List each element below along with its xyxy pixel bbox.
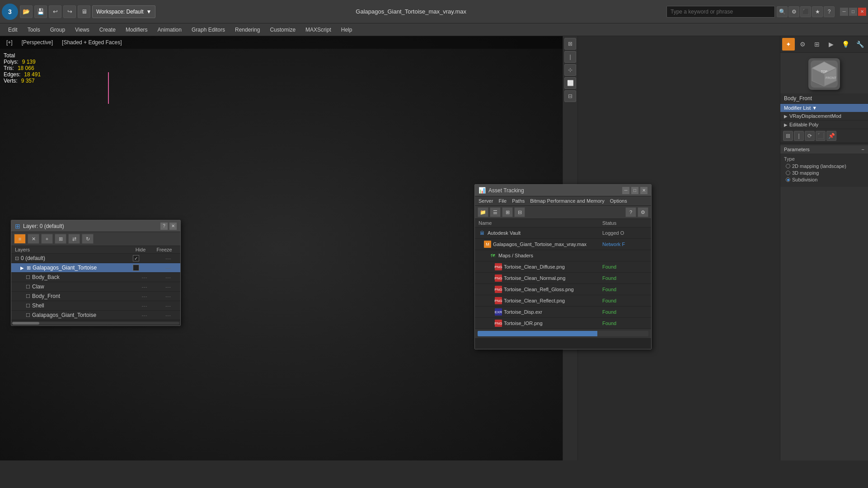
layers-help-btn[interactable]: ? xyxy=(160,223,168,230)
tab-hierarchy[interactable]: ⊞ xyxy=(811,38,823,51)
layer-check-galapagos[interactable] xyxy=(133,265,139,271)
viewport-shading-btn[interactable]: [Shaded + Edged Faces] xyxy=(59,38,124,46)
search-options-btn[interactable]: ⚙ xyxy=(788,6,799,17)
layer-item-default[interactable]: ⊡ 0 (default) ✓ - - - xyxy=(11,254,180,263)
modifier-item-edpoly[interactable]: ▶ Editable Poly xyxy=(780,121,868,129)
redo-btn[interactable]: ↪ xyxy=(63,5,76,18)
asset-close-btn[interactable]: ✕ xyxy=(640,187,647,194)
asset-btn-settings[interactable]: ⚙ xyxy=(638,207,648,217)
layers-titlebar[interactable]: ⊞ Layer: 0 (default) ? ✕ xyxy=(11,220,180,232)
menu-animation[interactable]: Animation xyxy=(153,25,186,35)
layers-close-btn[interactable]: ✕ xyxy=(169,223,177,230)
viewport-plus-btn[interactable]: [+] xyxy=(4,38,15,46)
asset-item-ior[interactable]: PNG Tortoise_IOR.png Found xyxy=(475,318,651,329)
menu-modifiers[interactable]: Modifiers xyxy=(121,25,152,35)
asset-btn-table[interactable]: ⊟ xyxy=(514,207,525,217)
search-highlight-btn[interactable]: ⬛ xyxy=(800,6,811,17)
mod-btn-2[interactable]: | xyxy=(564,51,576,63)
menu-views[interactable]: Views xyxy=(70,25,94,35)
menu-customize[interactable]: Customize xyxy=(265,25,300,35)
layers-tool-close[interactable]: ✕ xyxy=(28,234,39,244)
viewport-perspective-btn[interactable]: [Perspective] xyxy=(19,38,56,46)
asset-item-reflect[interactable]: PNG Tortoise_Clean_Reflect.png Found xyxy=(475,295,651,307)
layer-item-claw[interactable]: ☐ Claw - - - - - - xyxy=(11,282,180,292)
layers-tool-add[interactable]: + xyxy=(41,234,53,244)
asset-titlebar[interactable]: 📊 Asset Tracking ─ □ ✕ xyxy=(475,185,651,196)
parameters-header[interactable]: Parameters − xyxy=(780,145,868,153)
asset-menu-server[interactable]: Server xyxy=(479,197,493,204)
select-and-link-btn[interactable]: ⊞ xyxy=(783,131,793,141)
menu-graph-editors[interactable]: Graph Editors xyxy=(187,25,230,35)
tab-display[interactable]: 💡 xyxy=(839,38,852,51)
asset-item-diffuse[interactable]: PNG Tortoise_Clean_Diffuse.png Found xyxy=(475,261,651,273)
scene-btn[interactable]: 🖥 xyxy=(78,5,90,18)
layer-item-galapagos2[interactable]: ☐ Galapagos_Giant_Tortoise - - - - - - xyxy=(11,311,180,320)
menu-help[interactable]: Help xyxy=(337,25,357,35)
menu-rendering[interactable]: Rendering xyxy=(230,25,264,35)
layer-item-bodyback[interactable]: ☐ Body_Back - - - - - - xyxy=(11,273,180,282)
asset-minimize-btn[interactable]: ─ xyxy=(622,187,629,194)
close-btn[interactable]: ✕ xyxy=(858,8,866,16)
minimize-btn[interactable]: ─ xyxy=(840,8,848,16)
asset-input-bar[interactable] xyxy=(475,338,651,349)
viewcube[interactable]: TOP FRONT xyxy=(808,58,840,90)
asset-item-normal[interactable]: PNG Tortoise_Clean_Normal.png Found xyxy=(475,273,651,284)
layer-check-default[interactable]: ✓ xyxy=(133,255,139,261)
menu-edit[interactable]: Edit xyxy=(4,25,22,35)
radio-2d[interactable]: 2D mapping (landscape) xyxy=(786,163,864,169)
open-file-btn[interactable]: 📂 xyxy=(20,5,33,18)
layers-tool-refresh[interactable]: ↻ xyxy=(82,234,94,244)
asset-menu-bitmap[interactable]: Bitmap Performance and Memory xyxy=(530,197,604,204)
asset-menu-file[interactable]: File xyxy=(498,197,507,204)
tab-utilities[interactable]: 🔧 xyxy=(854,38,866,51)
help-btn[interactable]: ? xyxy=(824,6,835,17)
layers-tool-list[interactable]: ≡ xyxy=(14,234,26,244)
menu-tools[interactable]: Tools xyxy=(23,25,45,35)
mod-btn-5[interactable]: ⊟ xyxy=(564,90,576,102)
maximize-btn[interactable]: □ xyxy=(849,8,857,16)
modifier-item-vray[interactable]: ▶ VRayDisplacementMod xyxy=(780,112,868,121)
layers-scroll-thumb[interactable] xyxy=(12,322,39,325)
asset-item-gloss[interactable]: PNG Tortoise_Clean_Refl_Gloss.png Found xyxy=(475,284,651,295)
rotate-btn[interactable]: ⟳ xyxy=(805,131,815,141)
asset-item-maps[interactable]: 🗺 Maps / Shaders xyxy=(475,250,651,261)
layer-item-bodyfront[interactable]: ☐ Body_Front - - - - - - xyxy=(11,292,180,301)
asset-item-vault[interactable]: 🏛 Autodesk Vault Logged O xyxy=(475,228,651,239)
place-btn[interactable]: 📌 xyxy=(826,131,836,141)
radio-3d[interactable]: 3D mapping xyxy=(786,170,864,176)
tab-modify[interactable]: ⚙ xyxy=(796,38,809,51)
save-file-btn[interactable]: 💾 xyxy=(34,5,47,18)
asset-menu-options[interactable]: Options xyxy=(610,197,627,204)
workspace-dropdown[interactable]: Workspace: Default ▼ xyxy=(92,5,155,18)
asset-btn-help[interactable]: ? xyxy=(625,207,636,217)
layers-scrollbar[interactable] xyxy=(11,320,180,325)
menu-group[interactable]: Group xyxy=(46,25,70,35)
tab-create[interactable]: ✦ xyxy=(782,38,795,51)
asset-btn-list[interactable]: ☰ xyxy=(490,207,501,217)
mod-btn-3[interactable]: ⊹ xyxy=(564,64,576,76)
asset-btn-folder[interactable]: 📁 xyxy=(478,207,488,217)
layers-tool-swap[interactable]: ⇄ xyxy=(68,234,80,244)
asset-item-disp[interactable]: EXR Tortoise_Disp.exr Found xyxy=(475,307,651,318)
search-btn[interactable]: 🔍 xyxy=(777,6,788,17)
move-btn[interactable]: | xyxy=(794,131,804,141)
modifier-list-header[interactable]: Modifier List ▼ xyxy=(780,104,868,112)
undo-btn[interactable]: ↩ xyxy=(49,5,61,18)
menu-maxscript[interactable]: MAXScript xyxy=(301,25,336,35)
asset-btn-grid[interactable]: ⊞ xyxy=(502,207,513,217)
asset-menu-paths[interactable]: Paths xyxy=(512,197,525,204)
layer-item-galapagos[interactable]: ▶ ⊞ Galapagos_Giant_Tortoise - - - xyxy=(11,263,180,273)
mod-btn-4[interactable]: ⬜ xyxy=(564,77,576,89)
mod-btn-1[interactable]: ⊠ xyxy=(564,38,576,50)
search-box[interactable]: Type a keyword or phrase xyxy=(666,6,775,18)
search-star-btn[interactable]: ★ xyxy=(812,6,823,17)
app-logo[interactable]: 3 xyxy=(2,4,18,20)
asset-maximize-btn[interactable]: □ xyxy=(631,187,638,194)
menu-create[interactable]: Create xyxy=(95,25,120,35)
scale-btn[interactable]: ⬛ xyxy=(816,131,826,141)
layer-item-shell[interactable]: ☐ Shell - - - - - - xyxy=(11,301,180,311)
radio-subdivision[interactable]: Subdivision xyxy=(786,177,864,182)
layers-tool-grid[interactable]: ⊞ xyxy=(55,234,66,244)
asset-item-maxfile[interactable]: M Galapagos_Giant_Tortoise_max_vray.max … xyxy=(475,239,651,250)
tab-motion[interactable]: ▶ xyxy=(825,38,838,51)
